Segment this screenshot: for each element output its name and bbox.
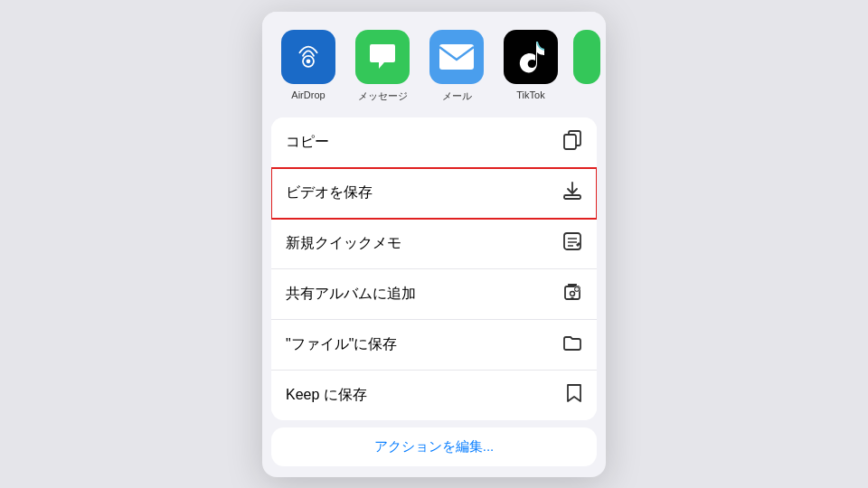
mail-icon-bg: [429, 30, 484, 84]
action-quick-note[interactable]: 新規クイックメモ: [271, 219, 597, 269]
action-save-video-label: ビデオを保存: [286, 183, 373, 202]
action-keep-label: Keep に保存: [286, 386, 367, 405]
save-download-icon: [562, 181, 582, 205]
mail-label: メール: [442, 89, 472, 103]
svg-point-12: [571, 291, 575, 296]
action-save-files[interactable]: "ファイル"に保存: [271, 320, 597, 371]
app-item-messages[interactable]: メッセージ: [351, 30, 414, 103]
action-copy[interactable]: コピー: [271, 117, 597, 168]
messages-icon-bg: [355, 30, 410, 84]
svg-rect-5: [564, 195, 580, 199]
copy-icon: [562, 130, 582, 155]
airdrop-label: AirDrop: [291, 89, 325, 100]
action-save-files-label: "ファイル"に保存: [286, 335, 397, 354]
action-copy-label: コピー: [286, 133, 329, 152]
actions-list: コピー ビデオを保存 新規クイックメモ: [271, 117, 597, 420]
apps-row: AirDrop メッセージ メール: [262, 12, 606, 117]
action-save-video[interactable]: ビデオを保存: [271, 168, 597, 219]
action-add-album-label: 共有アルバムに追加: [286, 285, 416, 304]
quick-note-icon: [562, 231, 582, 256]
share-sheet: AirDrop メッセージ メール: [262, 12, 606, 477]
svg-point-1: [307, 59, 311, 63]
action-quick-note-label: 新規クイックメモ: [286, 234, 401, 253]
edit-actions-link[interactable]: アクションを編集...: [271, 427, 597, 466]
action-keep[interactable]: Keep に保存: [271, 371, 597, 420]
bookmark-icon: [566, 383, 582, 408]
folder-icon: [562, 333, 582, 357]
svg-rect-7: [564, 233, 580, 249]
edit-actions-label: アクションを編集...: [374, 438, 495, 454]
app-item-tiktok[interactable]: TikTok: [499, 30, 562, 103]
app-item-partial[interactable]: [573, 30, 600, 103]
app-item-airdrop[interactable]: AirDrop: [277, 30, 340, 103]
shared-album-icon: [562, 282, 582, 306]
airdrop-icon-bg: [281, 30, 335, 84]
partial-icon: [573, 30, 600, 84]
tiktok-label: TikTok: [516, 89, 544, 100]
app-item-mail[interactable]: メール: [425, 30, 488, 103]
svg-rect-2: [439, 44, 474, 70]
messages-label: メッセージ: [358, 89, 408, 103]
tiktok-icon-bg: [504, 30, 558, 84]
svg-rect-4: [564, 135, 576, 149]
action-add-album[interactable]: 共有アルバムに追加: [271, 269, 597, 320]
